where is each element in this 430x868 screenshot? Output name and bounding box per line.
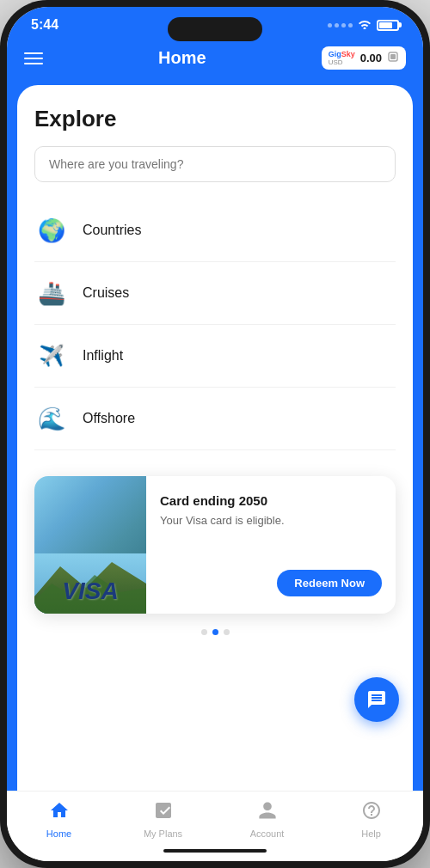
signal-dot-4: [348, 23, 353, 28]
balance-card[interactable]: Gig Sky USD 0.00: [322, 46, 406, 70]
dots-indicator: [34, 629, 396, 635]
hamburger-menu[interactable]: [24, 52, 43, 64]
dot-2: [212, 629, 218, 635]
hamburger-line-2: [24, 58, 43, 59]
nav-item-home[interactable]: Home: [34, 800, 85, 839]
hamburger-line-1: [24, 52, 43, 54]
home-nav-icon: [49, 800, 70, 826]
header-title: Home: [158, 48, 206, 68]
offshore-label: Offshore: [83, 411, 135, 426]
menu-item-offshore[interactable]: 🌊 Offshore: [34, 388, 396, 450]
nav-item-account[interactable]: Account: [242, 800, 293, 839]
battery-icon: [377, 20, 399, 31]
phone-screen: 5:44: [7, 7, 423, 861]
wifi-icon: [358, 18, 372, 32]
home-bar: [163, 849, 267, 853]
explore-title: Explore: [34, 106, 396, 132]
my-plans-nav-icon: [153, 800, 174, 826]
header: Home Gig Sky USD 0.00: [7, 38, 423, 85]
svg-rect-1: [390, 54, 396, 59]
logo-text-sky: Sky: [341, 50, 355, 58]
account-nav-icon: [257, 800, 278, 826]
countries-label: Countries: [83, 223, 141, 238]
bottom-nav: Home My Plans Account: [7, 791, 423, 844]
visa-brand-text: VISA: [62, 578, 118, 605]
cruises-label: Cruises: [83, 285, 129, 301]
my-plans-nav-label: My Plans: [144, 828, 182, 839]
status-time: 5:44: [31, 17, 58, 33]
promo-card: VISA Card ending 2050 Your Visa card is …: [34, 476, 396, 614]
inflight-icon: ✈️: [34, 339, 69, 373]
help-nav-label: Help: [361, 828, 381, 839]
home-indicator: [7, 844, 423, 861]
explore-menu-list: 🌍 Countries 🚢 Cruises ✈️ Inflight 🌊 Offs…: [34, 199, 396, 450]
menu-item-countries[interactable]: 🌍 Countries: [34, 199, 396, 262]
nav-item-my-plans[interactable]: My Plans: [138, 800, 189, 839]
status-icons: [328, 18, 399, 32]
signal-dot-2: [335, 23, 339, 28]
promo-card-desc: Your Visa card is eligible.: [160, 513, 382, 529]
battery-fill: [379, 22, 392, 28]
dot-3: [224, 629, 230, 635]
account-nav-label: Account: [250, 828, 285, 839]
status-bar: 5:44: [7, 7, 423, 38]
menu-item-cruises[interactable]: 🚢 Cruises: [34, 262, 396, 325]
promo-image: VISA: [34, 476, 146, 614]
logo-text-gig: Gig: [329, 50, 341, 58]
explore-card: Explore 🌍 Countries 🚢 Cruises ✈️ Infligh…: [17, 85, 413, 791]
cruises-icon: 🚢: [34, 276, 69, 310]
brand-logo: Gig Sky USD: [329, 50, 355, 66]
esim-icon: [387, 51, 399, 65]
chat-icon: [366, 689, 387, 710]
signal-dots: [328, 23, 353, 28]
balance-amount: 0.00: [360, 52, 382, 64]
search-input[interactable]: [34, 146, 396, 182]
phone-frame: 5:44: [0, 0, 430, 868]
currency-label: USD: [329, 58, 343, 66]
help-nav-icon: [361, 800, 382, 826]
redeem-button[interactable]: Redeem Now: [277, 570, 382, 596]
countries-icon: 🌍: [34, 213, 69, 248]
offshore-icon: 🌊: [34, 401, 69, 436]
promo-card-title: Card ending 2050: [160, 493, 382, 508]
nav-item-help[interactable]: Help: [346, 800, 397, 839]
signal-dot-1: [328, 23, 332, 28]
menu-item-inflight[interactable]: ✈️ Inflight: [34, 325, 396, 388]
main-content: Explore 🌍 Countries 🚢 Cruises ✈️ Infligh…: [7, 85, 423, 791]
chat-fab[interactable]: [354, 677, 399, 722]
promo-text: Card ending 2050 Your Visa card is eligi…: [160, 493, 382, 529]
home-nav-label: Home: [46, 828, 71, 839]
notch: [168, 17, 262, 41]
dot-1: [201, 629, 207, 635]
signal-dot-3: [341, 23, 346, 28]
promo-content: Card ending 2050 Your Visa card is eligi…: [146, 476, 396, 614]
hamburger-line-3: [24, 63, 43, 64]
inflight-label: Inflight: [83, 348, 123, 364]
